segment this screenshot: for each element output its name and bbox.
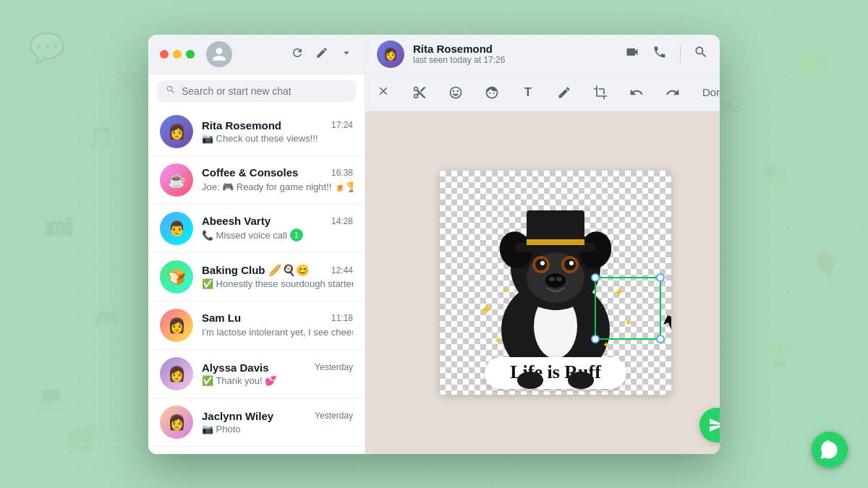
chat-time: 17:24	[331, 120, 353, 130]
chat-top-row: Coffee & Consoles 16:38	[202, 166, 353, 179]
chat-name: Abeesh Varty	[202, 215, 271, 227]
app-window: 👩 Rita Rosemond 17:24 📷 Check out these …	[148, 35, 720, 454]
undo-tool[interactable]	[624, 80, 649, 105]
svg-marker-49	[663, 315, 671, 330]
chat-time: Yesterday	[315, 362, 353, 372]
chat-item[interactable]: 👩 Jaclynn Wiley Yesterday 📷 Photo	[148, 398, 365, 447]
sticker-svg: ✦ ✦ ✦ ✦ ✦ ✦ Life is Ruff	[440, 171, 671, 395]
chat-time: Yesterday	[315, 411, 353, 421]
user-avatar[interactable]	[206, 41, 232, 67]
chat-top-row: Sam Lu 11:18	[202, 312, 353, 324]
phone-call-icon[interactable]	[652, 45, 667, 63]
chat-name: Alyssa Davis	[202, 361, 269, 374]
chat-preview: ✅ Honestly these sourdough starters are …	[202, 278, 353, 289]
chat-item[interactable]: ☕ Coffee & Consoles 16:38 Joe: 🎮 Ready f…	[148, 156, 365, 205]
chat-item[interactable]: 👩 Alyssa Davis Yesterday ✅ Thank you! 💕	[148, 350, 365, 398]
svg-text:✦: ✦	[603, 340, 610, 350]
text-tool[interactable]: T	[516, 80, 540, 105]
svg-text:🌟: 🌟	[796, 48, 827, 79]
svg-text:💻: 💻	[36, 383, 65, 411]
avatar: 👩	[160, 406, 193, 439]
send-button[interactable]	[699, 408, 720, 442]
contact-status: last seen today at 17:26	[413, 55, 616, 65]
refresh-icon[interactable]	[291, 46, 304, 63]
chat-time: 11:18	[331, 313, 353, 323]
chat-content: Jaclynn Wiley Yesterday 📷 Photo	[202, 410, 353, 435]
svg-text:❤️: ❤️	[116, 69, 139, 92]
svg-point-24	[540, 261, 545, 265]
svg-text:🎮: 🎮	[94, 307, 119, 330]
search-input[interactable]	[182, 85, 347, 97]
svg-text:✦: ✦	[494, 335, 503, 346]
chat-time: 12:44	[331, 265, 353, 275]
svg-point-45	[592, 274, 599, 281]
chat-item[interactable]: 👩 Sam Lu 11:18 I'm lactose intolerant ye…	[148, 301, 365, 350]
chat-item[interactable]: 👩 Rita Rosemond 17:24 📷 Check out these …	[148, 108, 365, 156]
avatar: 👩	[160, 309, 193, 342]
svg-text:🏆: 🏆	[767, 343, 792, 367]
chat-top-row: Baking Club 🥖🍳😊 12:44	[202, 264, 353, 277]
search-input-wrapper[interactable]	[157, 80, 356, 102]
video-call-icon[interactable]	[625, 45, 639, 63]
chat-top-row: Rita Rosemond 17:24	[202, 119, 353, 132]
chat-preview: 📞 Missed voice call 1	[202, 228, 353, 241]
traffic-lights	[160, 50, 195, 59]
contact-avatar[interactable]: 👩	[377, 40, 404, 68]
avatar: ☕	[160, 163, 193, 197]
svg-text:🎭: 🎭	[760, 160, 787, 187]
send-icon	[708, 416, 720, 434]
chat-content: Alyssa Davis Yesterday ✅ Thank you! 💕	[202, 361, 353, 386]
compose-icon[interactable]	[315, 46, 328, 63]
shape-tool[interactable]	[480, 80, 504, 105]
minimize-button[interactable]	[173, 50, 182, 59]
svg-point-28	[556, 277, 562, 281]
redo-tool[interactable]	[660, 80, 685, 105]
maximize-button[interactable]	[186, 50, 195, 59]
done-button[interactable]: Done	[697, 83, 720, 101]
chat-top-row: Jaclynn Wiley Yesterday	[202, 410, 353, 422]
chevron-down-icon[interactable]	[340, 46, 353, 63]
chat-name: Coffee & Consoles	[202, 166, 298, 179]
svg-text:✦: ✦	[480, 301, 493, 319]
chat-content: Abeesh Varty 14:28 📞 Missed voice call 1	[202, 215, 353, 241]
svg-point-25	[569, 261, 574, 265]
search-icon	[166, 85, 176, 98]
crop-tool[interactable]	[588, 80, 613, 105]
avatar: 👨	[160, 212, 193, 245]
avatar: 👩	[160, 115, 193, 148]
chat-time: 16:38	[331, 168, 353, 178]
chat-header-actions	[625, 45, 720, 63]
svg-point-43	[568, 372, 594, 389]
close-button[interactable]	[160, 50, 169, 59]
chat-content: Baking Club 🥖🍳😊 12:44 ✅ Honestly these s…	[202, 264, 353, 289]
separator	[680, 46, 681, 63]
whatsapp-logo	[812, 432, 848, 468]
chat-name: Rita Rosemond	[202, 119, 281, 132]
svg-text:🌿: 🌿	[65, 424, 97, 455]
chat-item[interactable]: 👩 Mum Yesterday ✅ Night, love you too xx	[148, 447, 365, 454]
chat-time: 14:28	[331, 216, 353, 226]
svg-point-27	[549, 277, 555, 281]
chat-header: 👩 Rita Rosemond last seen today at 17:26	[365, 35, 720, 74]
unread-badge: 1	[290, 228, 303, 241]
pen-tool[interactable]	[552, 80, 576, 105]
svg-point-26	[545, 273, 566, 288]
search-bar	[148, 74, 365, 108]
chat-item[interactable]: 👨 Abeesh Varty 14:28 📞 Missed voice call…	[148, 205, 365, 253]
sidebar-header-left	[160, 41, 232, 67]
svg-text:📷: 📷	[43, 207, 75, 238]
chat-top-row: Alyssa Davis Yesterday	[202, 361, 353, 374]
chat-top-row: Abeesh Varty 14:28	[202, 215, 353, 227]
emoji-tool[interactable]	[443, 80, 468, 105]
canvas-area: ✦ ✦ ✦ ✦ ✦ ✦ Life is Ruff	[365, 111, 720, 454]
close-editor-icon[interactable]	[377, 85, 390, 100]
sidebar: 👩 Rita Rosemond 17:24 📷 Check out these …	[148, 35, 365, 454]
svg-point-48	[657, 335, 664, 343]
contact-name: Rita Rosemond	[413, 43, 616, 55]
chat-item[interactable]: 🍞 Baking Club 🥖🍳😊 12:44 ✅ Honestly these…	[148, 253, 365, 301]
avatar: 👩	[160, 357, 193, 390]
chat-content: Rita Rosemond 17:24 📷 Check out these vi…	[202, 119, 353, 144]
header-icons	[291, 46, 353, 63]
cut-tool[interactable]	[407, 80, 432, 105]
search-chat-icon[interactable]	[694, 45, 708, 63]
